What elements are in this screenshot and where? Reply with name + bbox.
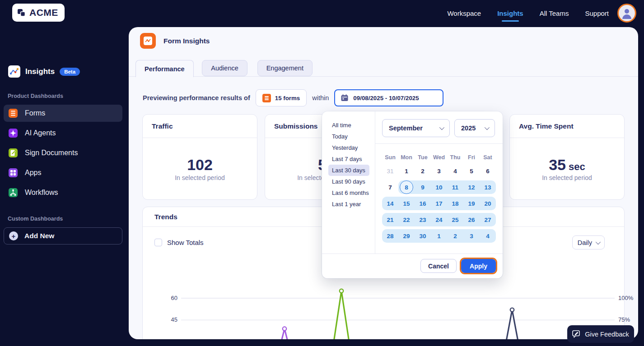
- calendar-day-24[interactable]: 24: [431, 213, 447, 226]
- preset-today[interactable]: Today: [328, 131, 369, 142]
- preview-text: Previewing performance results of: [143, 94, 250, 101]
- section-product-dashboards: Product Dashboards: [8, 93, 63, 99]
- month-value: September: [389, 125, 423, 132]
- calendar-day-9[interactable]: 9: [415, 180, 431, 194]
- feedback-icon: [572, 330, 581, 338]
- nav-item-all-teams[interactable]: All Teams: [540, 0, 569, 27]
- sidebar-item-label: Sign Documents: [25, 149, 78, 157]
- preset-last-90-days[interactable]: Last 90 days: [328, 176, 369, 187]
- calendar-day-2[interactable]: 2: [447, 229, 463, 243]
- calendar-icon: [341, 94, 349, 102]
- sidebar-item-ai-agents[interactable]: AI Agents: [4, 125, 122, 142]
- preset-last-6-months[interactable]: Last 6 months: [328, 187, 369, 198]
- show-totals-checkbox[interactable]: [154, 239, 162, 246]
- form-icon: [262, 94, 271, 102]
- calendar-day-10[interactable]: 10: [431, 180, 447, 194]
- month-select[interactable]: September: [382, 119, 450, 137]
- calendar-day-12[interactable]: 12: [463, 180, 480, 194]
- interval-select[interactable]: Daily: [572, 235, 605, 249]
- year-select[interactable]: 2025: [454, 119, 495, 137]
- chevron-down-icon: [439, 125, 444, 130]
- calendar-day-28[interactable]: 28: [382, 229, 398, 243]
- sidebar-items: FormsAI AgentsSign DocumentsAppsWorkflow…: [4, 105, 122, 204]
- calendar-day-20[interactable]: 20: [480, 197, 496, 210]
- date-range-button[interactable]: 09/08/2025 - 10/07/2025: [334, 89, 443, 106]
- calendar-day-23[interactable]: 23: [415, 213, 431, 226]
- nav-item-workspace[interactable]: Workspace: [447, 0, 481, 27]
- calendar-day-13[interactable]: 13: [480, 180, 496, 194]
- calendar-day-15[interactable]: 15: [398, 197, 415, 210]
- y-axis-tick-left: 45: [163, 316, 177, 323]
- calendar-day-21[interactable]: 21: [382, 213, 398, 226]
- preset-last-30-days[interactable]: Last 30 days: [328, 165, 369, 176]
- acme-logo[interactable]: ACME: [12, 4, 65, 22]
- acme-logo-icon: [17, 8, 27, 18]
- forms-filter-button[interactable]: 15 forms: [256, 89, 307, 106]
- y-axis-tick-left: 60: [163, 295, 177, 301]
- tab-performance[interactable]: Performance: [135, 60, 194, 77]
- tab-engagement[interactable]: Engagement: [257, 60, 313, 76]
- calendar-day-18[interactable]: 18: [447, 197, 463, 210]
- show-totals-toggle[interactable]: Show Totals: [154, 239, 204, 246]
- nav-item-support[interactable]: Support: [585, 0, 609, 27]
- ai-agents-icon: [9, 129, 18, 138]
- sidebar-item-label: Apps: [25, 169, 41, 177]
- preset-yesterday[interactable]: Yesterday: [328, 142, 369, 153]
- cancel-button[interactable]: Cancel: [420, 259, 457, 273]
- calendar-day-27[interactable]: 27: [480, 213, 496, 226]
- calendar-day-25[interactable]: 25: [447, 213, 463, 226]
- calendar-day-1[interactable]: 1: [398, 164, 415, 178]
- chevron-down-icon: [485, 125, 490, 130]
- forms-filter-label: 15 forms: [275, 95, 300, 101]
- calendar-day-14[interactable]: 14: [382, 197, 398, 210]
- workflows-icon: [9, 188, 18, 197]
- weekday-sun: Sun: [382, 154, 398, 161]
- logo-text: ACME: [29, 7, 58, 18]
- calendar-day-29[interactable]: 29: [398, 229, 415, 243]
- give-feedback-button[interactable]: Give Feedback: [567, 325, 634, 343]
- calendar-day-17[interactable]: 17: [431, 197, 447, 210]
- y-axis-tick-right: 100%: [618, 295, 633, 301]
- nav-item-insights[interactable]: Insights: [497, 0, 523, 27]
- give-feedback-label: Give Feedback: [585, 331, 629, 338]
- y-axis-tick-right: 75%: [618, 316, 630, 323]
- calendar-divider: [375, 143, 503, 144]
- calendar-day-31[interactable]: 31: [382, 164, 398, 178]
- apply-button[interactable]: Apply: [461, 259, 496, 273]
- y-axis-tick-left: 30: [163, 338, 177, 339]
- sidebar-item-forms[interactable]: Forms: [4, 105, 122, 122]
- plus-icon: +: [9, 231, 18, 240]
- calendar-day-7[interactable]: 7: [382, 180, 398, 194]
- calendar-day-22[interactable]: 22: [398, 213, 415, 226]
- preset-list: All timeTodayYesterdayLast 7 daysLast 30…: [322, 120, 375, 210]
- calendar-day-3[interactable]: 3: [431, 164, 447, 178]
- preset-last-7-days[interactable]: Last 7 days: [328, 153, 369, 165]
- calendar-day-26[interactable]: 26: [463, 213, 480, 226]
- calendar-day-8[interactable]: 8: [398, 180, 415, 194]
- sign-documents-icon: [9, 148, 18, 157]
- calendar-day-5[interactable]: 5: [463, 164, 480, 178]
- sidebar-item-label: AI Agents: [25, 129, 56, 137]
- calendar-day-30[interactable]: 30: [415, 229, 431, 243]
- calendar-day-4[interactable]: 4: [447, 164, 463, 178]
- sidebar-app-title: Insights: [25, 67, 55, 76]
- add-new-button[interactable]: + Add New: [4, 227, 122, 245]
- show-totals-label: Show Totals: [167, 239, 204, 246]
- calendar-day-11[interactable]: 11: [447, 180, 463, 194]
- tab-audience[interactable]: Audience: [202, 60, 247, 76]
- calendar-day-19[interactable]: 19: [463, 197, 480, 210]
- calendar-day-3[interactable]: 3: [463, 229, 480, 243]
- card-avg-time-spent: Avg. Time Spent35 secIn selected period: [509, 114, 625, 200]
- sidebar-item-workflows[interactable]: Workflows: [4, 184, 122, 201]
- calendar-day-4[interactable]: 4: [480, 229, 496, 243]
- sidebar-item-sign-documents[interactable]: Sign Documents: [4, 144, 122, 161]
- calendar-day-1[interactable]: 1: [431, 229, 447, 243]
- calendar-day-16[interactable]: 16: [415, 197, 431, 210]
- sidebar-item-apps[interactable]: Apps: [4, 164, 122, 181]
- calendar-day-2[interactable]: 2: [415, 164, 431, 178]
- weekday-tue: Tue: [415, 154, 431, 161]
- preset-all-time[interactable]: All time: [328, 120, 369, 131]
- calendar-day-6[interactable]: 6: [480, 164, 496, 178]
- preset-last-1-year[interactable]: Last 1 year: [328, 198, 369, 210]
- avatar[interactable]: [617, 4, 636, 23]
